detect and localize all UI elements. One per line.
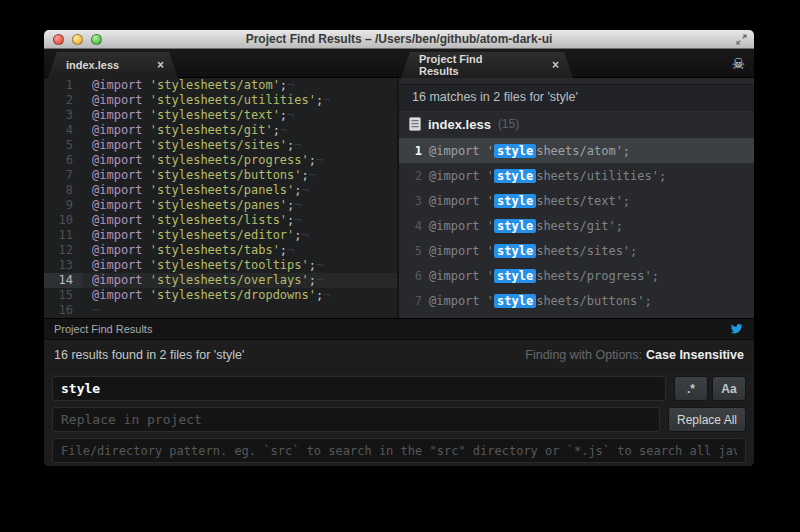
- editor-line[interactable]: 7@import 'stylesheets/buttons';¬: [44, 168, 397, 183]
- file-icon: [409, 117, 421, 131]
- match-highlight: style: [494, 169, 536, 183]
- editor-line[interactable]: 4@import 'stylesheets/git';¬: [44, 123, 397, 138]
- match-highlight: style: [494, 244, 536, 258]
- close-tab-icon[interactable]: ×: [552, 58, 559, 72]
- editor-line[interactable]: 6@import 'stylesheets/progress';¬: [44, 153, 397, 168]
- code-text: @import 'stylesheets/progress';¬: [82, 153, 323, 168]
- app-window: Project Find Results – /Users/ben/github…: [44, 30, 754, 466]
- find-input[interactable]: [52, 376, 666, 401]
- path-pattern-input[interactable]: [52, 438, 746, 463]
- line-number: 16: [44, 303, 82, 318]
- line-number: 11: [44, 228, 82, 243]
- result-preview: @import 'stylesheets/git';: [429, 219, 623, 233]
- result-preview: @import 'stylesheets/buttons';: [429, 294, 652, 308]
- close-tab-icon[interactable]: ×: [157, 58, 164, 72]
- search-result-row[interactable]: 5@import 'stylesheets/sites';: [399, 238, 754, 263]
- code-text: @import 'stylesheets/sites';¬: [82, 138, 302, 153]
- search-result-row[interactable]: 1@import 'stylesheets/atom';: [399, 138, 754, 163]
- window-title: Project Find Results – /Users/ben/github…: [246, 32, 553, 46]
- tab-project-find-results[interactable]: Project Find Results ×: [401, 52, 573, 78]
- search-result-row[interactable]: 8@import 'stylesheets/panels';: [399, 313, 754, 318]
- editor-line[interactable]: 8@import 'stylesheets/panels';¬: [44, 183, 397, 198]
- replace-all-button[interactable]: Replace All: [668, 407, 746, 432]
- search-result-row[interactable]: 4@import 'stylesheets/git';: [399, 213, 754, 238]
- titlebar: Project Find Results – /Users/ben/github…: [44, 30, 754, 49]
- bird-icon: [729, 322, 744, 336]
- result-preview: @import 'stylesheets/atom';: [429, 144, 630, 158]
- line-number: 7: [44, 168, 82, 183]
- search-result-row[interactable]: 6@import 'stylesheets/progress';: [399, 263, 754, 288]
- search-result-row[interactable]: 7@import 'stylesheets/buttons';: [399, 288, 754, 313]
- editor-line[interactable]: 5@import 'stylesheets/sites';¬: [44, 138, 397, 153]
- editor-line[interactable]: 10@import 'stylesheets/lists';¬: [44, 213, 397, 228]
- replace-input[interactable]: [52, 407, 660, 432]
- finding-options: Finding with Options:Case Insensitive: [525, 348, 744, 362]
- match-highlight: style: [494, 219, 536, 233]
- traffic-lights: [53, 34, 102, 45]
- code-text: @import 'stylesheets/tabs';¬: [82, 243, 294, 258]
- code-text: @import 'stylesheets/overlays';¬: [82, 273, 323, 288]
- result-preview: @import 'stylesheets/text';: [429, 194, 630, 208]
- result-file-row[interactable]: index.less (15): [399, 110, 754, 138]
- editor-line[interactable]: 11@import 'stylesheets/editor';¬: [44, 228, 397, 243]
- search-result-row[interactable]: 2@import 'stylesheets/utilities';: [399, 163, 754, 188]
- line-number: 8: [44, 183, 82, 198]
- editor-pane[interactable]: 1@import 'stylesheets/atom';¬2@import 's…: [44, 78, 397, 318]
- code-text: @import 'stylesheets/editor';¬: [82, 228, 309, 243]
- minimize-window-button[interactable]: [72, 34, 83, 45]
- tab-label: index.less: [66, 59, 119, 71]
- editor-line[interactable]: 2@import 'stylesheets/utilities';¬: [44, 93, 397, 108]
- summary-row: 16 results found in 2 files for 'style' …: [44, 340, 754, 370]
- matches-header: 16 matches in 2 files for 'style': [399, 84, 754, 110]
- find-replace-panel: Project Find Results 16 results found in…: [44, 318, 754, 466]
- editor-line[interactable]: 3@import 'stylesheets/text';¬: [44, 108, 397, 123]
- fullscreen-icon[interactable]: [735, 33, 748, 46]
- editor-line[interactable]: 16¬: [44, 303, 397, 318]
- match-highlight: style: [494, 269, 536, 283]
- line-number: 14: [44, 273, 82, 288]
- result-line-number: 2: [399, 169, 429, 183]
- options-value: Case Insensitive: [646, 348, 744, 362]
- tab-label: Project Find Results: [419, 53, 518, 77]
- editor-line[interactable]: 9@import 'stylesheets/panes';¬: [44, 198, 397, 213]
- editor-line[interactable]: 1@import 'stylesheets/atom';¬: [44, 78, 397, 93]
- code-text: @import 'stylesheets/panels';¬: [82, 183, 309, 198]
- panel-title: Project Find Results: [54, 323, 152, 335]
- result-line-number: 4: [399, 219, 429, 233]
- right-pane-tabs: Project Find Results ×: [397, 49, 754, 77]
- zoom-window-button[interactable]: [91, 34, 102, 45]
- line-number: 13: [44, 258, 82, 273]
- tab-bar: index.less × Project Find Results × ☠: [44, 49, 754, 78]
- line-number: 6: [44, 153, 82, 168]
- editor-line[interactable]: 14@import 'stylesheets/overlays';¬: [44, 273, 397, 288]
- result-line-number: 5: [399, 244, 429, 258]
- result-file-count: (15): [498, 117, 519, 131]
- find-option-buttons: .* Aa: [674, 376, 746, 401]
- results-summary: 16 results found in 2 files for 'style': [54, 348, 244, 362]
- tab-index-less[interactable]: index.less ×: [48, 52, 178, 78]
- editor-line[interactable]: 15@import 'stylesheets/dropdowns';¬: [44, 288, 397, 303]
- case-toggle-button[interactable]: Aa: [712, 376, 746, 401]
- results-pane: 16 matches in 2 files for 'style' index.…: [397, 78, 754, 318]
- code-text: @import 'stylesheets/dropdowns';¬: [82, 288, 330, 303]
- search-result-row[interactable]: 3@import 'stylesheets/text';: [399, 188, 754, 213]
- left-pane-tabs: index.less ×: [44, 49, 397, 77]
- skull-icon: ☠: [732, 55, 745, 73]
- options-label: Finding with Options:: [525, 348, 642, 362]
- code-text: @import 'stylesheets/lists';¬: [82, 213, 302, 228]
- line-number: 2: [44, 93, 82, 108]
- code-text: @import 'stylesheets/panes';¬: [82, 198, 302, 213]
- close-window-button[interactable]: [53, 34, 64, 45]
- editor-line[interactable]: 13@import 'stylesheets/tooltips';¬: [44, 258, 397, 273]
- panel-header: Project Find Results: [44, 319, 754, 340]
- match-highlight: style: [494, 294, 536, 308]
- code-text: @import 'stylesheets/tooltips';¬: [82, 258, 323, 273]
- code-text: @import 'stylesheets/git';¬: [82, 123, 287, 138]
- code-text: @import 'stylesheets/text';¬: [82, 108, 294, 123]
- replace-row: Replace All: [52, 407, 746, 432]
- result-preview: @import 'stylesheets/utilities';: [429, 169, 666, 183]
- match-highlight: style: [494, 144, 536, 158]
- regex-toggle-button[interactable]: .*: [674, 376, 708, 401]
- main-split: 1@import 'stylesheets/atom';¬2@import 's…: [44, 78, 754, 318]
- editor-line[interactable]: 12@import 'stylesheets/tabs';¬: [44, 243, 397, 258]
